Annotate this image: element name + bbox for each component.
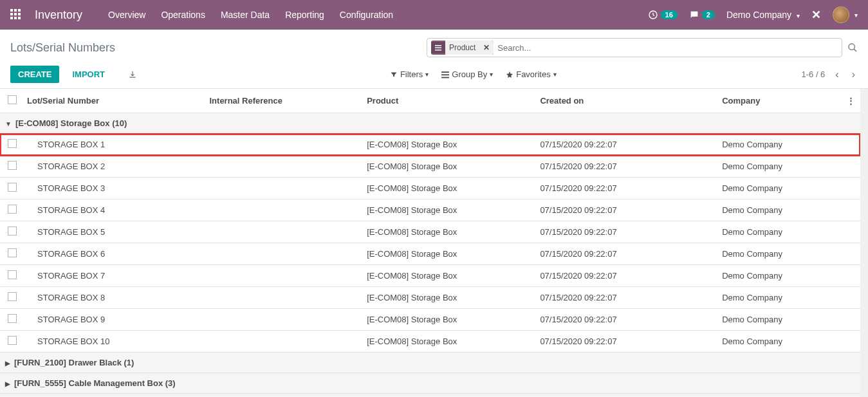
group-row[interactable]: ▶[FURN_5623] Drawer Case Black (1) [0, 394, 860, 398]
menu-overview[interactable]: Overview [108, 10, 145, 20]
cell-ref [205, 243, 362, 265]
cell-created: 07/15/2020 09:22:07 [535, 287, 717, 309]
menu-master-data[interactable]: Master Data [221, 10, 270, 20]
pager-prev-icon[interactable]: ‹ [833, 69, 841, 80]
cell-lot: STORAGE BOX 7 [22, 265, 205, 287]
row-checkbox[interactable] [8, 139, 17, 148]
caret-down-icon[interactable]: ▾ [854, 12, 858, 19]
import-button[interactable]: IMPORT [64, 66, 113, 83]
group-label: [FURN_2100] Drawer Black (1) [14, 358, 134, 367]
filters-button[interactable]: Filters ▾ [390, 69, 429, 79]
column-lot[interactable]: Lot/Serial Number [22, 89, 205, 113]
row-checkbox[interactable] [8, 183, 17, 192]
messaging-button[interactable]: 2 [689, 10, 715, 20]
lots-table: Lot/Serial Number Internal Reference Pro… [0, 89, 860, 397]
chevron-right-icon: ▶ [5, 360, 10, 367]
pager-value[interactable]: 1-6 / 6 [801, 69, 825, 79]
row-checkbox[interactable] [8, 314, 17, 323]
cell-lot: STORAGE BOX 9 [22, 309, 205, 331]
row-checkbox[interactable] [8, 270, 17, 279]
cell-lot: STORAGE BOX 1 [22, 134, 205, 156]
groupby-button[interactable]: Group By ▾ [441, 69, 493, 79]
navbar-right: 16 2 Demo Company ▾ ✕ ▾ [648, 6, 858, 23]
download-icon [128, 70, 137, 79]
table-row[interactable]: STORAGE BOX 10[E-COM08] Storage Box07/15… [0, 331, 860, 353]
list-view: Lot/Serial Number Internal Reference Pro… [0, 89, 868, 397]
cell-created: 07/15/2020 09:22:07 [535, 134, 717, 156]
cell-product: [E-COM08] Storage Box [362, 178, 535, 199]
table-row[interactable]: STORAGE BOX 4[E-COM08] Storage Box07/15/… [0, 199, 860, 221]
facet-remove-icon[interactable]: ✕ [479, 41, 494, 55]
cell-created: 07/15/2020 09:22:07 [535, 309, 717, 331]
group-row[interactable]: ▶[FURN_5555] Cable Management Box (3) [0, 373, 860, 394]
company-switcher[interactable]: Demo Company ▾ [726, 10, 800, 20]
top-menu: Overview Operations Master Data Reportin… [108, 10, 393, 20]
group-row[interactable]: ▶[FURN_2100] Drawer Black (1) [0, 353, 860, 373]
activities-button[interactable]: 16 [648, 10, 678, 20]
group-row[interactable]: ▼[E-COM08] Storage Box (10) [0, 113, 860, 134]
cell-empty [842, 134, 860, 156]
filters-label: Filters [400, 69, 423, 79]
row-checkbox[interactable] [8, 248, 17, 257]
cell-lot: STORAGE BOX 2 [22, 156, 205, 178]
clock-icon [648, 10, 658, 20]
row-checkbox[interactable] [8, 292, 17, 301]
column-created[interactable]: Created on [535, 89, 717, 113]
column-product[interactable]: Product [362, 89, 535, 113]
apps-icon[interactable] [10, 9, 22, 21]
svg-rect-5 [441, 71, 449, 73]
table-row[interactable]: STORAGE BOX 5[E-COM08] Storage Box07/15/… [0, 221, 860, 243]
cell-company: Demo Company [717, 243, 842, 265]
select-all-checkbox[interactable] [8, 95, 17, 104]
table-row[interactable]: STORAGE BOX 8[E-COM08] Storage Box07/15/… [0, 287, 860, 309]
menu-operations[interactable]: Operations [161, 10, 205, 20]
cell-company: Demo Company [717, 265, 842, 287]
download-button[interactable] [120, 66, 145, 83]
cell-empty [842, 331, 860, 353]
menu-reporting[interactable]: Reporting [285, 10, 324, 20]
cell-ref [205, 178, 362, 199]
row-checkbox[interactable] [8, 336, 17, 345]
search-field[interactable]: Product ✕ [427, 38, 842, 57]
cell-created: 07/15/2020 09:22:07 [535, 178, 717, 199]
cell-product: [E-COM08] Storage Box [362, 287, 535, 309]
create-button[interactable]: CREATE [10, 66, 59, 83]
table-row[interactable]: STORAGE BOX 9[E-COM08] Storage Box07/15/… [0, 309, 860, 331]
cell-product: [E-COM08] Storage Box [362, 199, 535, 221]
search-input[interactable] [497, 39, 838, 57]
caret-down-icon: ▾ [553, 71, 557, 78]
menu-configuration[interactable]: Configuration [340, 10, 393, 20]
user-avatar[interactable] [833, 6, 849, 23]
table-row[interactable]: STORAGE BOX 1[E-COM08] Storage Box07/15/… [0, 134, 860, 156]
messaging-badge: 2 [702, 10, 715, 19]
cell-ref [205, 221, 362, 243]
column-company[interactable]: Company [717, 89, 842, 113]
favorites-button[interactable]: Favorites ▾ [506, 69, 556, 79]
table-row[interactable]: STORAGE BOX 7[E-COM08] Storage Box07/15/… [0, 265, 860, 287]
cell-empty [842, 287, 860, 309]
app-title[interactable]: Inventory [35, 8, 82, 22]
column-ref[interactable]: Internal Reference [205, 89, 362, 113]
cell-company: Demo Company [717, 309, 842, 331]
cell-company: Demo Company [717, 199, 842, 221]
cell-created: 07/15/2020 09:22:07 [535, 243, 717, 265]
close-icon[interactable]: ✕ [811, 8, 821, 22]
cell-lot: STORAGE BOX 5 [22, 221, 205, 243]
cell-product: [E-COM08] Storage Box [362, 309, 535, 331]
search-icon[interactable] [847, 42, 858, 53]
groupby-label: Group By [452, 69, 487, 79]
row-checkbox[interactable] [8, 226, 17, 235]
cell-product: [E-COM08] Storage Box [362, 221, 535, 243]
cell-company: Demo Company [717, 221, 842, 243]
pager-next-icon[interactable]: › [849, 69, 858, 80]
row-checkbox[interactable] [8, 205, 17, 214]
chat-icon [689, 10, 699, 20]
pager: 1-6 / 6 ‹ › [801, 69, 858, 80]
table-row[interactable]: STORAGE BOX 2[E-COM08] Storage Box07/15/… [0, 156, 860, 178]
cell-lot: STORAGE BOX 10 [22, 331, 205, 353]
column-options-icon[interactable]: ⋮ [842, 89, 860, 113]
table-row[interactable]: STORAGE BOX 6[E-COM08] Storage Box07/15/… [0, 243, 860, 265]
cell-company: Demo Company [717, 134, 842, 156]
row-checkbox[interactable] [8, 161, 17, 170]
table-row[interactable]: STORAGE BOX 3[E-COM08] Storage Box07/15/… [0, 178, 860, 199]
